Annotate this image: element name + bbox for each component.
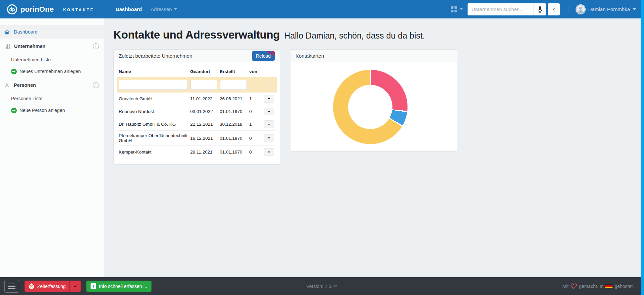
reload-button[interactable]: Reload xyxy=(252,51,275,61)
row-actions-dropdown[interactable] xyxy=(264,108,274,115)
company-search: × xyxy=(468,3,560,15)
row-actions-dropdown[interactable] xyxy=(264,134,274,142)
footer-bar: Zeiterfassung i Info schnell erfassen ..… xyxy=(0,277,644,295)
search-input[interactable] xyxy=(468,3,533,15)
zeiterfassung-label: Zeiterfassung xyxy=(37,284,66,289)
cell-von: 0 xyxy=(249,136,261,141)
avatar xyxy=(576,4,586,14)
table-row[interactable]: Reanovo Nordost 03.01.2022 01.01.1970 0 xyxy=(119,105,275,118)
filter-geaendert-input[interactable] xyxy=(191,80,217,90)
card-title: Kontaktarten xyxy=(296,53,324,59)
sidebar-item-label: Dashboard xyxy=(14,29,38,35)
sidebar-item-unternehmen-liste[interactable]: Unternehmen Liste xyxy=(0,54,104,65)
cell-name: Pferdekämper Oberflächentechnik GmbH xyxy=(119,133,187,143)
card-title: Zuletzt bearbeitete Unternehmen xyxy=(119,53,192,59)
user-name: Damian Porombka xyxy=(588,6,630,12)
sidebar-item-personen[interactable]: Personen xyxy=(0,77,104,93)
search-clear-button[interactable]: × xyxy=(548,3,560,15)
cell-geaendert: 29.11.2021 xyxy=(190,150,217,155)
sidebar-item-label: Unternehmen Liste xyxy=(11,57,51,62)
apps-grid-icon[interactable] xyxy=(451,6,457,12)
brand[interactable]: dp porinOne xyxy=(7,4,54,15)
apps-grid-chevron-icon[interactable] xyxy=(460,8,463,10)
table-row[interactable]: Dr. Haubitz GmbH & Co. KG 22.12.2021 30.… xyxy=(119,118,275,131)
user-menu[interactable]: Damian Porombka xyxy=(576,4,636,14)
sidebar-item-neue-person-anlegen[interactable]: Neue Person anlegen xyxy=(0,104,104,116)
topnav-adressen-label: Adressen xyxy=(151,6,172,12)
donut-chart[interactable] xyxy=(333,70,408,144)
table-header-row: Name Geändert Erstellt von xyxy=(119,66,275,77)
cell-von: 0 xyxy=(249,109,261,114)
cell-name: Gravitech GmbH xyxy=(119,96,187,101)
contact-types-card: Kontaktarten xyxy=(290,49,457,152)
building-icon xyxy=(4,43,10,50)
cell-geaendert: 22.12.2021 xyxy=(190,122,217,127)
zeiterfassung-button[interactable]: Zeiterfassung xyxy=(24,281,81,292)
chevron-down-icon xyxy=(268,152,270,153)
stopwatch-icon xyxy=(29,283,35,289)
add-person-icon[interactable] xyxy=(93,82,99,88)
topbar-right: × ⋮ Damian Porombka xyxy=(451,3,636,15)
cell-von: 0 xyxy=(249,150,261,155)
companies-table: Name Geändert Erstellt von Gravit xyxy=(114,62,280,164)
sidebar-item-unternehmen[interactable]: Unternehmen xyxy=(0,39,104,54)
svg-text:dp: dp xyxy=(9,7,15,12)
cell-erstellt: 01.01.1970 xyxy=(220,109,247,114)
sidebar-item-label: Unternehmen xyxy=(14,44,45,49)
kebab-menu-icon[interactable]: ⋮ xyxy=(565,6,571,12)
topnav-dashboard[interactable]: Dashboard xyxy=(116,6,142,12)
app-module-label: KONTAKTE xyxy=(63,8,94,12)
top-navigation: Dashboard Adressen xyxy=(116,6,177,12)
row-actions-dropdown[interactable] xyxy=(264,95,274,103)
table-filter-row xyxy=(117,77,277,93)
cell-erstellt: 01.01.1970 xyxy=(220,136,247,141)
sidebar-item-neues-unternehmen-anlegen[interactable]: Neues Unternehmen anlegen xyxy=(0,65,104,77)
filter-erstellt-input[interactable] xyxy=(220,80,247,90)
cell-erstellt: 30.12.2018 xyxy=(220,122,247,127)
chevron-down-icon xyxy=(268,137,270,139)
chevron-up-icon xyxy=(73,285,77,287)
made-with-suffix: gehostet. xyxy=(614,284,634,289)
cell-von: 1 xyxy=(249,96,261,101)
main-content: Kontakte und Adressverwaltung Hallo Dami… xyxy=(104,18,641,277)
info-button-label: Info schnell erfassen ... xyxy=(99,284,147,289)
table-row[interactable]: Gravitech GmbH 11.01.2022 26.06.2021 1 xyxy=(119,93,275,105)
column-geaendert: Geändert xyxy=(190,69,217,74)
page-title: Kontakte und Adressverwaltung xyxy=(113,28,280,41)
page-greeting: Hallo Damian, schön, dass du da bist. xyxy=(284,31,425,41)
microphone-button[interactable] xyxy=(533,3,546,15)
cell-geaendert: 16.12.2021 xyxy=(190,136,217,141)
cell-geaendert: 03.01.2022 xyxy=(190,109,217,114)
table-row[interactable]: Pferdekämper Oberflächentechnik GmbH 16.… xyxy=(119,131,275,146)
add-unternehmen-icon[interactable] xyxy=(93,43,99,49)
plus-circle-icon xyxy=(11,69,17,74)
hamburger-icon xyxy=(8,284,15,285)
home-icon xyxy=(4,29,10,35)
row-actions-dropdown[interactable] xyxy=(264,120,274,128)
topnav-adressen[interactable]: Adressen xyxy=(151,6,177,12)
info-schnell-erfassen-button[interactable]: i Info schnell erfassen ... xyxy=(86,281,152,292)
chevron-down-icon xyxy=(268,98,270,100)
column-von: von xyxy=(249,69,261,74)
german-flag-icon xyxy=(605,284,612,288)
chevron-down-icon xyxy=(174,8,177,10)
recent-companies-card: Zuletzt bearbeitete Unternehmen Reload N… xyxy=(113,49,280,165)
page-scrollbar[interactable] xyxy=(641,0,644,295)
filter-funnel-icon[interactable] xyxy=(267,82,272,87)
plus-circle-icon xyxy=(11,108,17,113)
hamburger-menu-button[interactable] xyxy=(4,280,19,293)
sidebar-item-dashboard[interactable]: Dashboard xyxy=(0,25,104,39)
sidebar-item-personen-liste[interactable]: Personen Liste xyxy=(0,93,104,104)
sidebar: Dashboard Unternehmen Unternehmen Liste … xyxy=(0,18,104,277)
filter-name-input[interactable] xyxy=(119,80,188,90)
porinone-logo-icon: dp xyxy=(7,4,17,15)
cell-name: Reanovo Nordost xyxy=(119,109,187,114)
info-icon: i xyxy=(91,283,96,289)
table-row[interactable]: Kemper-Kontakt 29.11.2021 01.01.1970 0 xyxy=(119,146,275,158)
column-name: Name xyxy=(119,69,187,74)
cell-von: 1 xyxy=(249,122,261,127)
row-actions-dropdown[interactable] xyxy=(264,148,274,156)
chevron-down-icon xyxy=(268,111,270,112)
made-with-middle: gemacht. In xyxy=(579,284,603,289)
cell-erstellt: 26.06.2021 xyxy=(220,96,247,101)
